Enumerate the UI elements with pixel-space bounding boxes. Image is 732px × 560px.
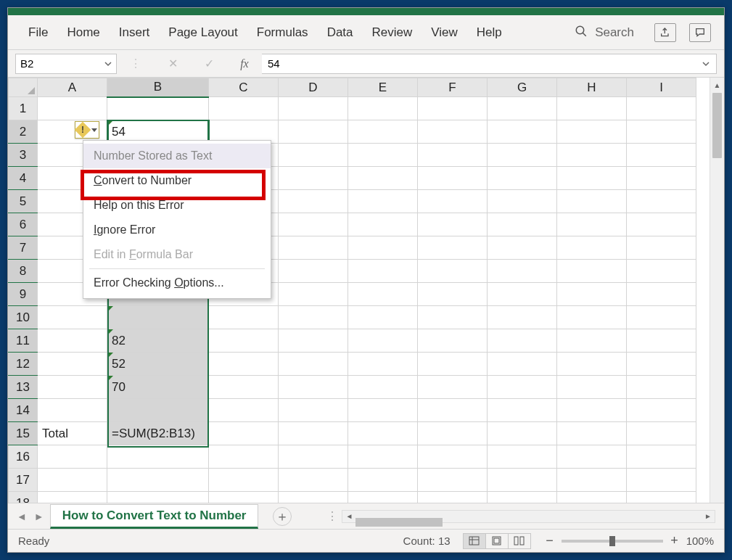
cancel-button[interactable]: ✕ (168, 57, 178, 70)
cell-D16[interactable] (279, 445, 348, 469)
horizontal-scrollbar[interactable]: ◄ ► (342, 510, 715, 523)
share-icon[interactable] (654, 23, 676, 42)
cell-E17[interactable] (348, 469, 418, 492)
cell-E9[interactable] (348, 283, 418, 306)
cell-F15[interactable] (418, 422, 488, 445)
tab-data[interactable]: Data (320, 21, 361, 44)
error-smart-tag[interactable] (75, 121, 99, 139)
cell-A15[interactable]: Total (38, 422, 107, 445)
cell-G12[interactable] (488, 353, 557, 376)
cell-B17[interactable] (107, 469, 209, 492)
cell-I7[interactable] (627, 236, 696, 260)
cell-F18[interactable] (418, 492, 488, 503)
col-header-D[interactable]: D (279, 78, 348, 97)
sheet-nav[interactable]: ◄► (17, 511, 44, 522)
cell-A10[interactable] (38, 306, 107, 329)
comments-icon[interactable] (689, 23, 711, 42)
cell-A18[interactable] (38, 492, 107, 503)
cell-G11[interactable] (488, 329, 557, 353)
row-header-2[interactable]: 2 (9, 120, 38, 144)
cell-D13[interactable] (279, 376, 348, 399)
cell-D4[interactable] (279, 167, 348, 190)
cell-I4[interactable] (627, 167, 696, 190)
cell-A14[interactable] (38, 399, 107, 422)
cell-H16[interactable] (557, 445, 627, 469)
cell-I3[interactable] (627, 144, 696, 167)
vertical-scrollbar[interactable]: ▲ (710, 78, 724, 503)
cell-G18[interactable] (488, 492, 557, 503)
cell-H8[interactable] (557, 260, 627, 283)
cell-A16[interactable] (38, 445, 107, 469)
cell-I18[interactable] (627, 492, 696, 503)
expand-icon[interactable] (702, 59, 710, 68)
cell-E14[interactable] (348, 399, 418, 422)
row-header-12[interactable]: 12 (9, 353, 38, 376)
cell-E16[interactable] (348, 445, 418, 469)
tab-review[interactable]: Review (365, 21, 420, 44)
cell-D6[interactable] (279, 213, 348, 236)
row-header-11[interactable]: 11 (9, 329, 38, 353)
col-header-H[interactable]: H (557, 78, 627, 97)
formula-input[interactable]: 54 (262, 54, 717, 74)
view-page-layout-button[interactable] (485, 533, 509, 549)
cell-F9[interactable] (418, 283, 488, 306)
row-header-10[interactable]: 10 (9, 306, 38, 329)
cell-D14[interactable] (279, 399, 348, 422)
cell-F4[interactable] (418, 167, 488, 190)
cell-G6[interactable] (488, 213, 557, 236)
cell-B13[interactable]: 70 (107, 376, 209, 399)
cell-G17[interactable] (488, 469, 557, 492)
menu-item-5[interactable]: Error Checking Options... (83, 271, 271, 295)
cell-G14[interactable] (488, 399, 557, 422)
cell-B18[interactable] (107, 492, 209, 503)
cell-E11[interactable] (348, 329, 418, 353)
cell-D12[interactable] (279, 353, 348, 376)
row-header-5[interactable]: 5 (9, 190, 38, 213)
cell-H4[interactable] (557, 167, 627, 190)
cell-F13[interactable] (418, 376, 488, 399)
cell-F14[interactable] (418, 399, 488, 422)
cell-C16[interactable] (209, 445, 279, 469)
tab-file[interactable]: File (21, 21, 55, 44)
cell-G16[interactable] (488, 445, 557, 469)
cell-B12[interactable]: 52 (107, 353, 209, 376)
cell-D15[interactable] (279, 422, 348, 445)
cell-A11[interactable] (38, 329, 107, 353)
select-all-corner[interactable] (9, 78, 38, 97)
row-header-13[interactable]: 13 (9, 376, 38, 399)
cell-I10[interactable] (627, 306, 696, 329)
search-box[interactable]: Search (575, 25, 634, 41)
menu-item-2[interactable]: Ignore Error (83, 218, 271, 242)
cell-F1[interactable] (418, 97, 488, 120)
fx-icon[interactable]: fx (240, 57, 249, 70)
cell-C18[interactable] (209, 492, 279, 503)
cell-B11[interactable]: 82 (107, 329, 209, 353)
cell-E5[interactable] (348, 190, 418, 213)
row-header-1[interactable]: 1 (9, 97, 38, 120)
row-header-16[interactable]: 16 (9, 445, 38, 469)
cell-E18[interactable] (348, 492, 418, 503)
cell-I5[interactable] (627, 190, 696, 213)
add-sheet-button[interactable]: ＋ (273, 507, 292, 526)
col-header-G[interactable]: G (488, 78, 557, 97)
cell-C13[interactable] (209, 376, 279, 399)
cell-I8[interactable] (627, 260, 696, 283)
row-header-17[interactable]: 17 (9, 469, 38, 492)
cell-F12[interactable] (418, 353, 488, 376)
cell-I1[interactable] (627, 97, 696, 120)
cell-G9[interactable] (488, 283, 557, 306)
cell-C14[interactable] (209, 399, 279, 422)
cell-F2[interactable] (418, 120, 488, 144)
cell-E3[interactable] (348, 144, 418, 167)
cell-F3[interactable] (418, 144, 488, 167)
cell-B10[interactable] (107, 306, 209, 329)
cell-D9[interactable] (279, 283, 348, 306)
tab-view[interactable]: View (424, 21, 465, 44)
cell-F16[interactable] (418, 445, 488, 469)
cell-H2[interactable] (557, 120, 627, 144)
cell-G7[interactable] (488, 236, 557, 260)
scroll-up-icon[interactable]: ▲ (710, 78, 724, 92)
tab-page-layout[interactable]: Page Layout (161, 21, 244, 44)
cell-H5[interactable] (557, 190, 627, 213)
col-header-A[interactable]: A (38, 78, 107, 97)
